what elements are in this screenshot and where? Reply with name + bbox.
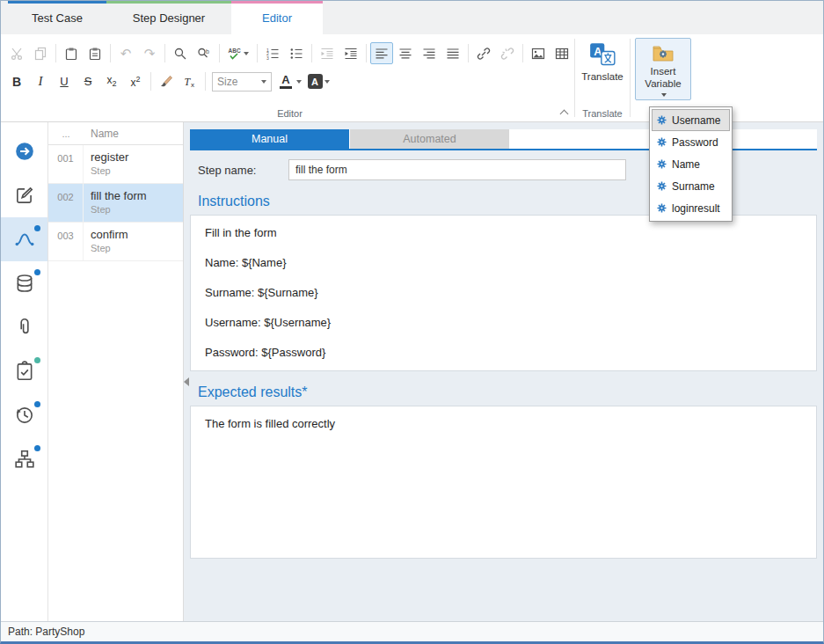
paste-text-icon[interactable] [84, 42, 106, 64]
instructions-editor[interactable]: Fill in the form Name: ${Name} Surname: … [190, 215, 817, 371]
app-window: Test Case Step Designer Editor ↶ ↷ [0, 0, 824, 644]
tab-label: Step Designer [133, 11, 205, 25]
bold-icon[interactable]: B [5, 70, 28, 92]
expected-results-editor[interactable]: The form is filled correctly [190, 406, 817, 559]
expected-results-heading: Expected results* [198, 384, 817, 400]
edit-icon [14, 185, 35, 206]
step-type: Step [91, 243, 128, 253]
subscript-icon[interactable]: x2 [100, 70, 123, 92]
search-icon[interactable] [169, 42, 192, 64]
svg-text:x: x [191, 81, 194, 89]
step-row-002[interactable]: 002 fill the form Step [48, 184, 183, 223]
sidebar-item-database[interactable] [1, 261, 47, 305]
step-row-001[interactable]: 001 register Step [48, 145, 183, 184]
database-icon [14, 273, 35, 294]
chevron-down-icon [661, 93, 667, 97]
variable-menu-item-label: Name [672, 158, 700, 171]
table-icon[interactable] [551, 42, 573, 64]
italic-icon[interactable]: I [29, 70, 52, 92]
instructions-line: Password: ${Password} [205, 346, 802, 359]
step-row-003[interactable]: 003 confirm Step [48, 223, 183, 261]
font-size-dropdown[interactable]: Size [212, 72, 272, 91]
undo-icon[interactable]: ↶ [114, 42, 137, 64]
align-right-icon[interactable] [418, 42, 441, 64]
step-type: Step [91, 204, 147, 215]
cut-icon[interactable] [5, 42, 28, 64]
underline-icon[interactable]: U [53, 70, 76, 92]
align-center-icon[interactable] [394, 42, 417, 64]
step-name: register [91, 150, 128, 164]
bullet-list-icon[interactable] [285, 42, 308, 64]
variable-menu-item-name[interactable]: Name [652, 153, 730, 175]
sidebar-item-checklist[interactable] [1, 349, 47, 393]
clear-formatting-icon[interactable]: Tx [179, 70, 201, 92]
sidebar-item-hierarchy[interactable] [1, 437, 47, 481]
toolbar-separator [150, 72, 151, 91]
column-header-name: Name [84, 128, 119, 140]
notification-dot [34, 357, 40, 363]
translate-icon: A [589, 41, 616, 68]
sitemap-icon [14, 449, 35, 470]
numbered-list-icon[interactable]: 123 [261, 42, 284, 64]
variable-menu-item-username[interactable]: Username [652, 109, 730, 131]
paperclip-icon [14, 317, 35, 338]
ribbon-group-translate-footer: Translate [575, 106, 630, 121]
collapse-ribbon-icon[interactable] [560, 110, 569, 119]
svg-text:b: b [206, 48, 209, 54]
variable-menu-item-loginresult[interactable]: loginresult [652, 197, 730, 219]
ribbon-group-editor: ↶ ↷ b ABC 123 [1, 34, 574, 121]
translate-button[interactable]: A Translate [581, 41, 623, 83]
unlink-icon[interactable] [496, 42, 519, 64]
tab-step-designer[interactable]: Step Designer [106, 1, 231, 34]
insert-variable-label-line1: Insert [651, 65, 676, 77]
tab-automated[interactable]: Automated [350, 129, 509, 149]
variable-menu-item-label: Password [672, 136, 718, 149]
align-left-icon[interactable] [370, 42, 393, 64]
indent-icon[interactable] [339, 42, 362, 64]
tab-accent-blue [8, 1, 106, 4]
text-color-icon[interactable]: A [275, 70, 303, 92]
ribbon-row-1: ↶ ↷ b ABC 123 [5, 39, 574, 68]
find-replace-icon[interactable]: b [193, 42, 215, 64]
toolbar-separator [257, 44, 258, 62]
sidebar-item-edit[interactable] [1, 173, 47, 217]
chevron-down-icon [261, 80, 266, 84]
chevron-down-icon [244, 52, 249, 55]
sidebar-item-steps[interactable] [1, 217, 47, 261]
chevron-down-icon [324, 80, 330, 84]
image-icon[interactable] [527, 42, 550, 64]
spellcheck-icon[interactable]: ABC [223, 42, 253, 64]
toolbar-separator [110, 44, 111, 62]
notification-dot [34, 445, 40, 451]
link-icon[interactable] [472, 42, 495, 64]
toolbar-separator [311, 44, 312, 62]
step-name: fill the form [91, 189, 147, 202]
outdent-icon[interactable] [316, 42, 339, 64]
superscript-icon[interactable]: x2 [124, 70, 147, 92]
notification-dot [34, 225, 40, 231]
strikethrough-icon[interactable]: S [77, 70, 99, 92]
align-justify-icon[interactable] [441, 42, 464, 64]
background-color-icon[interactable]: A [304, 70, 332, 92]
toolbar-separator [219, 44, 220, 62]
step-type: Step [91, 165, 128, 176]
redo-icon[interactable]: ↷ [138, 42, 161, 64]
variable-menu-item-password[interactable]: Password [652, 131, 730, 153]
notification-dot [34, 269, 40, 275]
sidebar-item-enter[interactable] [1, 129, 47, 173]
tab-manual[interactable]: Manual [190, 129, 349, 149]
sidebar-item-history[interactable] [1, 393, 47, 437]
variable-menu-item-surname[interactable]: Surname [652, 175, 730, 197]
paste-icon[interactable] [60, 42, 83, 64]
copy-icon[interactable] [29, 42, 52, 64]
sidebar-item-attachments[interactable] [1, 305, 47, 349]
notification-dot [34, 401, 40, 407]
panel-collapse-arrow[interactable] [184, 377, 189, 386]
svg-text:3: 3 [266, 55, 269, 60]
format-painter-icon[interactable] [155, 70, 178, 92]
toolbar-separator [55, 44, 56, 62]
tab-test-case[interactable]: Test Case [8, 1, 106, 34]
insert-variable-button[interactable]: Insert Variable [635, 38, 691, 100]
tab-editor[interactable]: Editor [231, 1, 323, 34]
step-name-input[interactable] [288, 159, 626, 180]
